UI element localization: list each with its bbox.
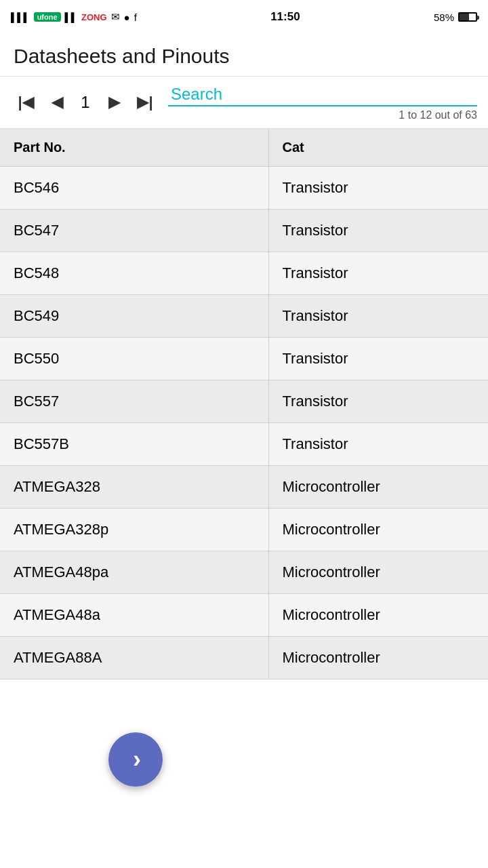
battery-percent: 58% <box>434 12 454 23</box>
table-row[interactable]: ATMEGA48paMicrocontroller <box>0 551 488 594</box>
prev-page-icon: ◀ <box>52 94 63 111</box>
table-body: BC546TransistorBC547TransistorBC548Trans… <box>0 167 488 679</box>
part-no-cell: ATMEGA48a <box>0 594 268 637</box>
last-page-icon: ▶| <box>137 94 152 111</box>
float-next-icon: › <box>133 745 141 774</box>
toolbar: |◀ ◀ 1 ▶ ▶| 1 to 12 out of 63 <box>0 77 488 129</box>
table-row[interactable]: ATMEGA328Microcontroller <box>0 466 488 509</box>
cat-cell: Microcontroller <box>268 594 488 637</box>
cat-cell: Microcontroller <box>268 466 488 509</box>
table-header: Part No. Cat <box>0 129 488 167</box>
table-row[interactable]: BC546Transistor <box>0 167 488 210</box>
nav-buttons: |◀ ◀ 1 ▶ ▶| <box>11 87 160 117</box>
part-no-cell: BC549 <box>0 295 268 338</box>
part-no-cell: ATMEGA48pa <box>0 551 268 594</box>
signal-icon: ▌▌▌ <box>11 12 30 22</box>
search-input[interactable] <box>168 83 477 106</box>
cat-cell: Microcontroller <box>268 551 488 594</box>
table-row[interactable]: ATMEGA88AMicrocontroller <box>0 637 488 679</box>
cat-cell: Microcontroller <box>268 509 488 551</box>
part-no-cell: BC557B <box>0 423 268 466</box>
part-no-cell: BC550 <box>0 338 268 380</box>
current-page: 1 <box>73 93 98 112</box>
facebook-icon: f <box>134 12 137 23</box>
part-no-cell: ATMEGA328 <box>0 466 268 509</box>
clock: 11:50 <box>270 10 300 24</box>
last-page-button[interactable]: ▶| <box>130 87 160 117</box>
float-next-button[interactable]: › <box>108 732 163 787</box>
cat-cell: Microcontroller <box>268 637 488 679</box>
col-part-no: Part No. <box>0 129 268 167</box>
part-no-cell: BC546 <box>0 167 268 210</box>
status-left: ▌▌▌ ufone ▌▌ ZONG ✉ ● f <box>11 11 137 23</box>
table-row[interactable]: BC557BTransistor <box>0 423 488 466</box>
cat-cell: Transistor <box>268 295 488 338</box>
whatsapp-icon: ● <box>124 12 130 23</box>
data-table: Part No. Cat BC546TransistorBC547Transis… <box>0 129 488 679</box>
search-section: 1 to 12 out of 63 <box>168 83 477 121</box>
cat-cell: Transistor <box>268 167 488 210</box>
status-bar: ▌▌▌ ufone ▌▌ ZONG ✉ ● f 11:50 58% <box>0 0 488 34</box>
part-no-cell: BC557 <box>0 380 268 423</box>
part-no-cell: ATMEGA88A <box>0 637 268 679</box>
battery-icon <box>458 12 477 22</box>
signal2-icon: ▌▌ <box>65 12 77 22</box>
mail-icon: ✉ <box>111 11 120 23</box>
next-page-icon: ▶ <box>108 94 120 111</box>
first-page-button[interactable]: |◀ <box>11 87 41 117</box>
status-right: 58% <box>434 12 477 23</box>
app-header: Datasheets and Pinouts <box>0 34 488 77</box>
pagination-info: 1 to 12 out of 63 <box>399 109 477 121</box>
ufone-logo: ufone <box>34 12 61 22</box>
part-no-cell: ATMEGA328p <box>0 509 268 551</box>
cat-cell: Transistor <box>268 423 488 466</box>
first-page-icon: |◀ <box>18 94 33 111</box>
table-row[interactable]: ATMEGA328pMicrocontroller <box>0 509 488 551</box>
table-row[interactable]: BC547Transistor <box>0 210 488 252</box>
table-row[interactable]: BC550Transistor <box>0 338 488 380</box>
col-cat: Cat <box>268 129 488 167</box>
table-row[interactable]: BC557Transistor <box>0 380 488 423</box>
part-no-cell: BC547 <box>0 210 268 252</box>
cat-cell: Transistor <box>268 380 488 423</box>
table-row[interactable]: BC549Transistor <box>0 295 488 338</box>
page-title: Datasheets and Pinouts <box>14 45 474 68</box>
cat-cell: Transistor <box>268 210 488 252</box>
table-row[interactable]: ATMEGA48aMicrocontroller <box>0 594 488 637</box>
cat-cell: Transistor <box>268 338 488 380</box>
zong-logo: ZONG <box>81 12 107 22</box>
prev-page-button[interactable]: ◀ <box>42 87 72 117</box>
cat-cell: Transistor <box>268 252 488 295</box>
part-no-cell: BC548 <box>0 252 268 295</box>
next-page-button[interactable]: ▶ <box>99 87 129 117</box>
table-row[interactable]: BC548Transistor <box>0 252 488 295</box>
